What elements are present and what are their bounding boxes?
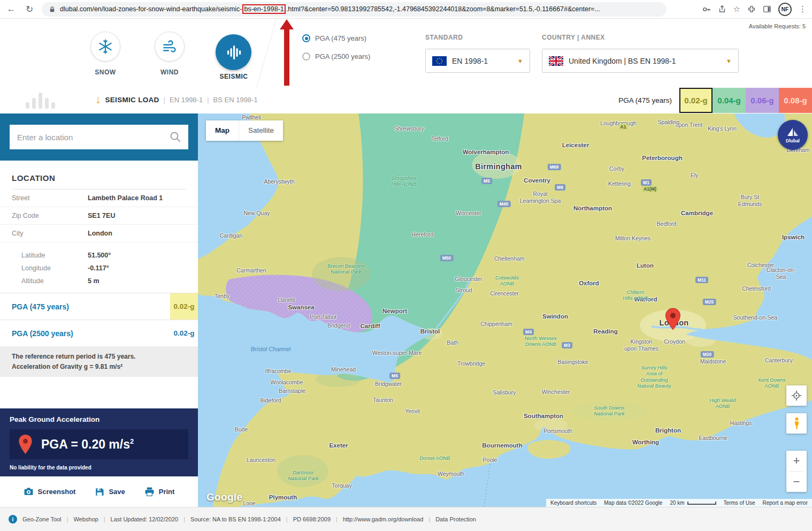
- uk-flag-icon: [549, 56, 563, 66]
- chevron-down-icon[interactable]: ▼: [517, 58, 523, 64]
- back-icon[interactable]: ←: [5, 4, 17, 14]
- footer-link[interactable]: Source: NA to BS EN 1998-1:2004: [183, 516, 281, 522]
- map-label: Oxford: [579, 280, 599, 287]
- map-label: Aberystwyth: [264, 178, 294, 185]
- pegman-button[interactable]: [786, 413, 807, 434]
- legend-chip[interactable]: 0.06-g: [746, 88, 779, 113]
- info-icon[interactable]: i: [9, 515, 17, 524]
- pga-2500-row[interactable]: PGA (2500 years) 0.02-g: [0, 320, 198, 346]
- footer-link[interactable]: Data Protection: [428, 516, 476, 522]
- my-location-button[interactable]: [786, 385, 807, 406]
- map-label: Dartmoor National Park: [288, 469, 318, 482]
- coordinate-row: Latitude 51.500°: [0, 249, 198, 262]
- map-label: Cambridge: [681, 210, 713, 217]
- footer-link[interactable]: Geo-Zone Tool: [22, 516, 62, 522]
- subheader: ↓ SEISMIC LOAD | EN 1998-1 | BS EN 1998-…: [0, 86, 812, 113]
- map-container: PwllheliShrewsburyTelfordLoughboroughupo…: [198, 113, 812, 507]
- country-annex-dropdown[interactable]: United Kingdom | BS EN 1998-1 ▼: [542, 49, 739, 73]
- keyboard-shortcuts-link[interactable]: Keyboard shortcuts: [550, 500, 596, 506]
- map-label: Bude: [235, 426, 248, 433]
- radio-pga-475[interactable]: PGA (475 years): [302, 34, 366, 42]
- save-button[interactable]: Save: [95, 487, 125, 497]
- satellite-view-button[interactable]: Satellite: [239, 120, 283, 141]
- terms-link[interactable]: Terms of Use: [724, 500, 755, 506]
- pegman-icon: [793, 417, 801, 430]
- map-label: Royal Leamington Spa: [520, 191, 561, 204]
- map-label: M20: [701, 351, 714, 358]
- map-view-button[interactable]: Map: [206, 120, 239, 141]
- footer-link[interactable]: Webshop: [67, 516, 98, 522]
- menu-dots-icon[interactable]: ⋮: [799, 4, 807, 14]
- map-label: Swansea: [288, 304, 314, 312]
- map-label: Woolacombe: [270, 379, 303, 386]
- profile-avatar[interactable]: NF: [778, 3, 792, 16]
- pga-2500-value: 0.02-g: [170, 320, 198, 346]
- radio-selected-icon[interactable]: [302, 34, 310, 42]
- radio-unselected-icon[interactable]: [302, 52, 310, 60]
- screenshot-button[interactable]: Screenshot: [24, 487, 76, 497]
- key-icon[interactable]: [702, 5, 711, 14]
- zoom-out-button[interactable]: −: [786, 472, 807, 492]
- sidebar: LOCATION Street Lambeth Palace Road 1 Zi…: [0, 113, 198, 507]
- map-label: M5: [481, 178, 492, 184]
- available-requests: Available Requests: 5: [749, 23, 806, 29]
- wind-tab[interactable]: [155, 32, 185, 62]
- map-label: Worcester: [456, 210, 481, 217]
- map-label: M1: [641, 179, 652, 186]
- report-error-link[interactable]: Report a map error: [763, 500, 808, 506]
- legend-chip[interactable]: 0.08-g: [779, 88, 812, 113]
- seismic-tab-label[interactable]: SEISMIC: [202, 73, 266, 80]
- download-arrow-icon: ↓: [95, 93, 101, 106]
- scale-bar: [687, 502, 716, 505]
- map-label: A1(M): [642, 186, 658, 192]
- chevron-down-icon[interactable]: ▼: [726, 58, 732, 64]
- map-label: Trowbridge: [457, 360, 485, 367]
- map-label: Bideford: [260, 397, 281, 404]
- print-button[interactable]: Print: [144, 487, 175, 497]
- location-row: Street Lambeth Palace Road 1: [0, 189, 198, 207]
- share-icon[interactable]: [718, 5, 726, 13]
- coordinate-row: Altitude 5 m: [0, 275, 198, 287]
- url-text: dlubal.com/en/load-zones-for-snow-wind-e…: [60, 4, 600, 14]
- legend-chip[interactable]: 0.02-g: [679, 88, 713, 113]
- search-input[interactable]: [10, 125, 188, 149]
- map-label: Bath: [447, 339, 458, 346]
- legend-chip[interactable]: 0.04-g: [713, 88, 746, 113]
- seismic-tab[interactable]: [216, 34, 251, 70]
- footer-link[interactable]: http://www.gadm.org/download: [336, 516, 423, 522]
- reload-icon[interactable]: ↻: [24, 4, 35, 15]
- extensions-icon[interactable]: [747, 5, 756, 13]
- map-label: M6: [555, 184, 565, 191]
- radio-pga-2500[interactable]: PGA (2500 years): [302, 52, 370, 60]
- snow-tab-label[interactable]: SNOW: [73, 69, 137, 76]
- radio-pga-475-label: PGA (475 years): [315, 34, 366, 42]
- footer-link[interactable]: Last Updated: 12/02/2020: [104, 516, 178, 522]
- zoom-in-button[interactable]: +: [786, 451, 807, 471]
- standard-dropdown[interactable]: EN 1998-1 ▼: [425, 49, 530, 73]
- print-icon: [144, 487, 155, 497]
- map-label: Clacton-on-Sea: [765, 267, 796, 280]
- snow-tab[interactable]: [90, 32, 120, 62]
- wind-tab-label[interactable]: WIND: [137, 69, 202, 76]
- map-label: Tenby: [215, 293, 229, 300]
- map-label: Peterborough: [642, 155, 682, 162]
- seismic-waveform-icon: [225, 43, 243, 62]
- map-label: Chiltern Hills AONB: [623, 289, 648, 301]
- map-label: Carmarthen: [236, 267, 266, 274]
- map-label: M50: [440, 255, 454, 261]
- map-data-credit: Map data ©2022 Google: [604, 500, 662, 506]
- footer-link[interactable]: PD 6698:2009: [286, 516, 331, 522]
- map-label: Hastings: [730, 420, 752, 427]
- bookmark-star-icon[interactable]: ☆: [733, 4, 740, 14]
- search-icon[interactable]: [169, 131, 182, 143]
- zoom-control: + −: [786, 451, 807, 492]
- side-panel-icon[interactable]: [763, 5, 771, 13]
- map-label: Shrewsbury: [394, 125, 424, 132]
- scale-label: 20 km: [670, 500, 716, 506]
- map-marker[interactable]: [665, 308, 681, 330]
- url-bar[interactable]: dlubal.com/en/load-zones-for-snow-wind-e…: [42, 2, 667, 17]
- pga-475-row[interactable]: PGA (475 years) 0.02-g: [0, 293, 198, 320]
- map-label: Colchester: [747, 262, 774, 269]
- action-bar: Screenshot Save Print: [0, 476, 198, 507]
- map-label: Newport: [382, 308, 407, 315]
